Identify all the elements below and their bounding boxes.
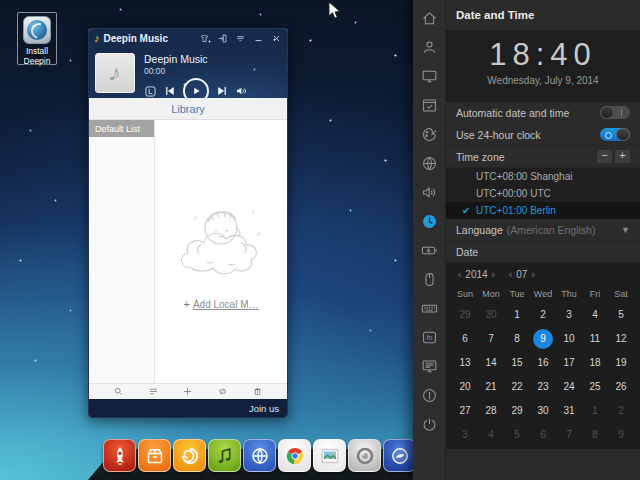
calendar-day[interactable]: 6 xyxy=(530,423,556,447)
calendar-day[interactable]: 14 xyxy=(478,351,504,375)
calendar-day[interactable]: 5 xyxy=(504,423,530,447)
lyrics-toggle-icon[interactable] xyxy=(144,85,157,98)
next-button[interactable] xyxy=(215,84,229,98)
calendar-day[interactable]: 4 xyxy=(478,423,504,447)
repeat-button[interactable] xyxy=(217,386,228,397)
calendar-day[interactable]: 5 xyxy=(608,303,634,327)
calendar-day[interactable]: 7 xyxy=(478,327,504,351)
search-button[interactable] xyxy=(113,386,124,397)
desktop-icon-install-deepin[interactable]: Install Deepin xyxy=(17,12,57,65)
previous-button[interactable] xyxy=(163,84,177,98)
calendar-day[interactable]: 30 xyxy=(478,303,504,327)
row-date: Date xyxy=(446,241,640,263)
sidebar-item-shortcuts[interactable]: fn xyxy=(413,323,445,352)
calendar-day[interactable]: 19 xyxy=(608,351,634,375)
sidebar-item-system-info[interactable] xyxy=(413,352,445,381)
sound-icon xyxy=(420,183,439,202)
dock-item-chrome[interactable] xyxy=(278,439,311,472)
month-next-icon[interactable]: › xyxy=(531,269,534,280)
calendar-day[interactable]: 29 xyxy=(452,303,478,327)
minimize-button[interactable] xyxy=(253,33,264,44)
timezone-add-button[interactable]: + xyxy=(615,150,630,163)
calendar-day[interactable]: 10 xyxy=(556,327,582,351)
sidebar-item-network[interactable] xyxy=(413,149,445,178)
calendar-day[interactable]: 8 xyxy=(504,327,530,351)
add-local-music-link[interactable]: +Add Local M… xyxy=(183,298,258,310)
calendar-day[interactable]: 28 xyxy=(478,399,504,423)
delete-button[interactable] xyxy=(252,386,263,397)
calendar-day[interactable]: 9 xyxy=(608,423,634,447)
calendar-day[interactable]: 4 xyxy=(582,303,608,327)
calendar-day[interactable]: 7 xyxy=(556,423,582,447)
sidebar-item-default-apps[interactable] xyxy=(413,91,445,120)
dock-item-app-store[interactable] xyxy=(138,439,171,472)
calendar-day[interactable]: 11 xyxy=(582,327,608,351)
dock-item-music[interactable] xyxy=(208,439,241,472)
sidebar-item-accounts[interactable] xyxy=(413,33,445,62)
sidebar-item-power[interactable] xyxy=(413,236,445,265)
calendar-day[interactable]: 3 xyxy=(556,303,582,327)
calendar-day[interactable]: 25 xyxy=(582,375,608,399)
close-button[interactable] xyxy=(271,33,282,44)
calendar-day[interactable]: 2 xyxy=(530,303,556,327)
calendar-day[interactable]: 12 xyxy=(608,327,634,351)
calendar-day[interactable]: 6 xyxy=(452,327,478,351)
sidebar-item-mouse[interactable] xyxy=(413,265,445,294)
calendar-day[interactable]: 29 xyxy=(504,399,530,423)
volume-button[interactable] xyxy=(235,84,249,98)
month-prev-icon[interactable]: ‹ xyxy=(509,269,512,280)
mini-mode-button[interactable] xyxy=(217,33,228,44)
calendar-day[interactable]: 8 xyxy=(582,423,608,447)
calendar-day[interactable]: 27 xyxy=(452,399,478,423)
sidebar-item-date-time[interactable] xyxy=(413,207,445,236)
sidebar-item-shutdown[interactable] xyxy=(413,410,445,439)
playlist-button[interactable] xyxy=(148,386,159,397)
theme-button[interactable] xyxy=(199,33,210,44)
calendar-day[interactable]: 1 xyxy=(582,399,608,423)
dock-item-camera[interactable] xyxy=(348,439,381,472)
dock-item-image-viewer[interactable] xyxy=(313,439,346,472)
sidebar-item-keyboard[interactable] xyxy=(413,294,445,323)
sidebar-item-sound[interactable] xyxy=(413,178,445,207)
sidebar-item-about[interactable] xyxy=(413,381,445,410)
calendar-day[interactable]: 18 xyxy=(582,351,608,375)
calendar-day[interactable]: 24 xyxy=(556,375,582,399)
calendar-day-selected[interactable]: 9 xyxy=(530,327,556,351)
playlist-default-list[interactable]: Default List xyxy=(89,120,154,137)
dock-item-browser[interactable] xyxy=(243,439,276,472)
24hour-clock-toggle[interactable] xyxy=(600,128,630,141)
calendar-day[interactable]: 16 xyxy=(530,351,556,375)
calendar-day[interactable]: 20 xyxy=(452,375,478,399)
play-button[interactable] xyxy=(183,78,209,104)
sidebar-item-home[interactable] xyxy=(413,4,445,33)
timezone-option[interactable]: UTC+00:00 UTC xyxy=(446,185,640,202)
timezone-option[interactable]: ✔UTC+01:00 Berlin xyxy=(446,202,640,219)
sidebar-item-display[interactable] xyxy=(413,62,445,91)
titlebar[interactable]: ♪ Deepin Music xyxy=(89,29,287,48)
calendar-day[interactable]: 22 xyxy=(504,375,530,399)
calendar-day[interactable]: 2 xyxy=(608,399,634,423)
year-prev-icon[interactable]: ‹ xyxy=(458,269,461,280)
timezone-option[interactable]: UTC+08:00 Shanghai xyxy=(446,168,640,185)
dock-item-game-center[interactable] xyxy=(173,439,206,472)
menu-button[interactable] xyxy=(235,33,246,44)
add-button[interactable] xyxy=(182,386,193,397)
calendar-day[interactable]: 3 xyxy=(452,423,478,447)
calendar-day[interactable]: 26 xyxy=(608,375,634,399)
year-next-icon[interactable]: › xyxy=(492,269,495,280)
sidebar-item-personalization[interactable] xyxy=(413,120,445,149)
dock-item-network-app[interactable] xyxy=(383,439,416,472)
calendar-day[interactable]: 30 xyxy=(530,399,556,423)
calendar-day[interactable]: 17 xyxy=(556,351,582,375)
calendar-day[interactable]: 31 xyxy=(556,399,582,423)
calendar-day[interactable]: 23 xyxy=(530,375,556,399)
timezone-remove-button[interactable]: − xyxy=(597,150,612,163)
row-language[interactable]: Language(American English) ▼ xyxy=(446,219,640,241)
calendar-day[interactable]: 13 xyxy=(452,351,478,375)
automatic-datetime-toggle[interactable] xyxy=(600,106,630,119)
calendar-day[interactable]: 15 xyxy=(504,351,530,375)
join-us-link[interactable]: Join us xyxy=(249,403,279,414)
dock-item-launcher[interactable] xyxy=(103,439,136,472)
calendar-day[interactable]: 21 xyxy=(478,375,504,399)
calendar-day[interactable]: 1 xyxy=(504,303,530,327)
